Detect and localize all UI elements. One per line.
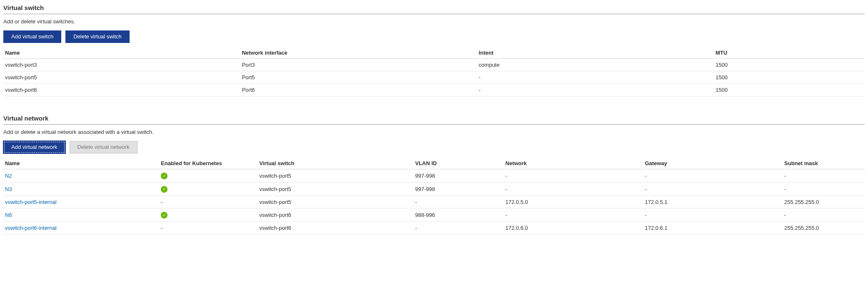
- table-row[interactable]: N6vswitch-port6988-996---: [3, 209, 865, 222]
- cell-network: 172.0.5.0: [504, 196, 643, 209]
- table-row[interactable]: vswitch-port5Port5-1500: [3, 71, 865, 84]
- cell-mtu: 1500: [714, 84, 865, 96]
- cell-name: vswitch-port6: [3, 84, 240, 96]
- table-row[interactable]: vswitch-port6-internal-vswitch-port6-172…: [3, 222, 865, 234]
- vnet-link[interactable]: vswitch-port5-internal: [5, 199, 57, 205]
- vnet-col-k8s[interactable]: Enabled for Kubernetes: [159, 158, 258, 169]
- cell-mask: -: [783, 183, 865, 196]
- vswitch-col-intent[interactable]: Intent: [477, 47, 714, 59]
- vswitch-col-mtu[interactable]: MTU: [714, 47, 865, 59]
- table-row[interactable]: N3vswitch-port5997-998---: [3, 183, 865, 196]
- cell-k8s: [159, 183, 258, 196]
- cell-gateway: -: [643, 209, 783, 222]
- cell-mask: -: [783, 209, 865, 222]
- table-row[interactable]: vswitch-port6Port6-1500: [3, 84, 865, 96]
- add-virtual-switch-button[interactable]: Add virtual switch: [3, 30, 61, 43]
- cell-vlan: -: [413, 222, 504, 234]
- cell-vswitch: vswitch-port5: [258, 183, 413, 196]
- cell-k8s: -: [159, 222, 258, 234]
- vnet-col-name[interactable]: Name: [3, 158, 159, 169]
- vnet-col-vlan[interactable]: VLAN ID: [413, 158, 504, 169]
- cell-vlan: 997-998: [413, 169, 504, 183]
- cell-network: -: [504, 169, 643, 183]
- table-row[interactable]: vswitch-port3Port3compute1500: [3, 59, 865, 71]
- cell-k8s: [159, 209, 258, 222]
- cell-vlan: 997-998: [413, 183, 504, 196]
- cell-network: -: [504, 183, 643, 196]
- cell-vlan: -: [413, 196, 504, 209]
- cell-name: vswitch-port3: [3, 59, 240, 71]
- cell-intent: -: [477, 71, 714, 84]
- cell-intent: compute: [477, 59, 714, 71]
- cell-mask: -: [783, 169, 865, 183]
- virtual-network-table: Name Enabled for Kubernetes Virtual swit…: [3, 158, 865, 234]
- table-row[interactable]: vswitch-port5-internal-vswitch-port5-172…: [3, 196, 865, 209]
- cell-mtu: 1500: [714, 71, 865, 84]
- check-icon: [161, 186, 168, 193]
- cell-network: -: [504, 209, 643, 222]
- cell-mask: 255.255.255.0: [783, 222, 865, 234]
- virtual-network-heading: Virtual network: [3, 113, 865, 125]
- check-icon: [161, 173, 168, 179]
- virtual-switch-description: Add or delete virtual switches.: [3, 18, 865, 25]
- cell-intent: -: [477, 84, 714, 96]
- virtual-switch-table: Name Network interface Intent MTU vswitc…: [3, 47, 865, 96]
- cell-name: vswitch-port5: [3, 71, 240, 84]
- cell-k8s: -: [159, 196, 258, 209]
- vnet-col-gateway[interactable]: Gateway: [643, 158, 783, 169]
- cell-nif: Port6: [240, 84, 477, 96]
- cell-vswitch: vswitch-port5: [258, 196, 413, 209]
- cell-gateway: -: [643, 169, 783, 183]
- cell-mtu: 1500: [714, 59, 865, 71]
- cell-vswitch: vswitch-port6: [258, 222, 413, 234]
- vnet-col-vswitch[interactable]: Virtual switch: [258, 158, 413, 169]
- cell-nif: Port3: [240, 59, 477, 71]
- check-icon: [161, 212, 168, 219]
- vswitch-col-name[interactable]: Name: [3, 47, 240, 59]
- cell-gateway: 172.0.5.1: [643, 196, 783, 209]
- cell-vswitch: vswitch-port5: [258, 169, 413, 183]
- cell-mask: 255.255.255.0: [783, 196, 865, 209]
- delete-virtual-switch-button[interactable]: Delete virtual switch: [65, 30, 130, 43]
- cell-name: vswitch-port5-internal: [3, 196, 159, 209]
- cell-k8s: [159, 169, 258, 183]
- vswitch-col-nif[interactable]: Network interface: [240, 47, 477, 59]
- cell-vlan: 988-996: [413, 209, 504, 222]
- vnet-link[interactable]: N3: [5, 186, 12, 192]
- cell-gateway: -: [643, 183, 783, 196]
- delete-virtual-network-button: Delete virtual network: [70, 141, 138, 153]
- cell-name: N2: [3, 169, 159, 183]
- cell-gateway: 172.0.6.1: [643, 222, 783, 234]
- cell-network: 172.0.6.0: [504, 222, 643, 234]
- cell-name: N6: [3, 209, 159, 222]
- cell-name: N3: [3, 183, 159, 196]
- vnet-col-network[interactable]: Network: [504, 158, 643, 169]
- add-virtual-network-button[interactable]: Add virtual network: [3, 141, 65, 153]
- virtual-network-description: Add or delete a virtual network associat…: [3, 129, 865, 135]
- vnet-col-mask[interactable]: Subnet mask: [783, 158, 865, 169]
- table-row[interactable]: N2vswitch-port5997-998---: [3, 169, 865, 183]
- cell-name: vswitch-port6-internal: [3, 222, 159, 234]
- vnet-link[interactable]: N2: [5, 173, 12, 179]
- cell-nif: Port5: [240, 71, 477, 84]
- cell-vswitch: vswitch-port6: [258, 209, 413, 222]
- virtual-switch-heading: Virtual switch: [3, 3, 865, 14]
- vnet-link[interactable]: vswitch-port6-internal: [5, 225, 57, 231]
- vnet-link[interactable]: N6: [5, 212, 12, 218]
